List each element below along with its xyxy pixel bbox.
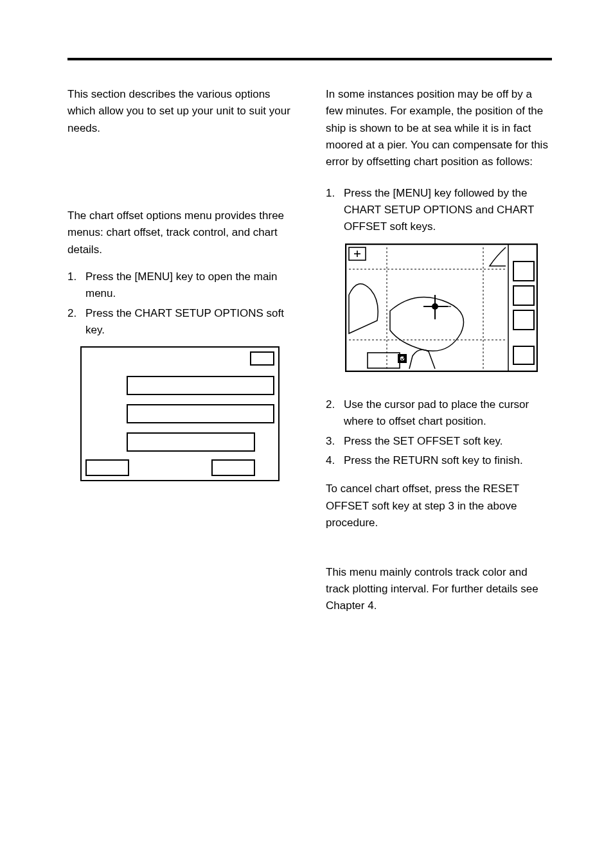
cancel-offset-paragraph: To cancel chart offset, press the RESET … (326, 481, 552, 531)
menu-bottom-right-button (211, 459, 255, 476)
step-text: Press the SET OFFSET soft key. (344, 433, 552, 450)
svg-rect-5 (513, 286, 534, 305)
menu-bottom-left-button (85, 459, 129, 476)
svg-rect-4 (513, 261, 534, 281)
two-column-layout: This section describes the various optio… (67, 86, 552, 625)
right-step1-list: 1. Press the [MENU] key followed by the … (326, 185, 552, 236)
menu-small-top-right-button (250, 351, 274, 366)
step-text: Press the [MENU] key followed by the CHA… (344, 185, 552, 236)
step-number: 2. (67, 305, 85, 339)
left-steps-list: 1. Press the [MENU] key to open the main… (67, 269, 294, 339)
step-text: Press the [MENU] key to open the main me… (85, 269, 294, 303)
step-number: 1. (67, 269, 85, 303)
right-steps-after-list: 2. Use the cursor pad to place the curso… (326, 396, 552, 469)
left-column: This section describes the various optio… (67, 86, 294, 625)
svg-rect-17 (368, 353, 400, 368)
chart-offset-menu-paragraph: The chart offset options menu provides t… (67, 208, 294, 258)
offset-intro-paragraph: In some instances position may be off by… (326, 86, 552, 171)
track-control-paragraph: This menu mainly controls track color an… (326, 564, 552, 615)
list-item: 1. Press the [MENU] key followed by the … (326, 185, 552, 236)
svg-rect-6 (513, 310, 534, 330)
step-number: 1. (326, 185, 344, 236)
step-text: Press the CHART SETUP OPTIONS soft key. (85, 305, 294, 339)
menu-option-2 (127, 404, 274, 423)
menu-option-3 (127, 432, 255, 452)
intro-paragraph: This section describes the various optio… (67, 86, 294, 137)
menu-option-1 (127, 376, 274, 395)
list-item: 2. Use the cursor pad to place the curso… (326, 396, 552, 430)
step-number: 2. (326, 396, 344, 430)
step-text: Use the cursor pad to place the cursor w… (344, 396, 552, 430)
svg-point-15 (432, 303, 438, 310)
list-item: 4. Press the RETURN soft key to finish. (326, 452, 552, 469)
list-item: 3. Press the SET OFFSET soft key. (326, 433, 552, 450)
list-item: 1. Press the [MENU] key to open the main… (67, 269, 294, 303)
right-column: In some instances position may be off by… (326, 86, 552, 625)
step-number: 4. (326, 452, 344, 469)
list-item: 2. Press the CHART SETUP OPTIONS soft ke… (67, 305, 294, 339)
chart-offset-figure (345, 244, 544, 377)
step-number: 3. (326, 433, 344, 450)
svg-rect-7 (513, 346, 534, 364)
chart-setup-menu-figure (80, 346, 280, 481)
step-text: Press the RETURN soft key to finish. (344, 452, 552, 469)
top-rule (67, 58, 552, 60)
